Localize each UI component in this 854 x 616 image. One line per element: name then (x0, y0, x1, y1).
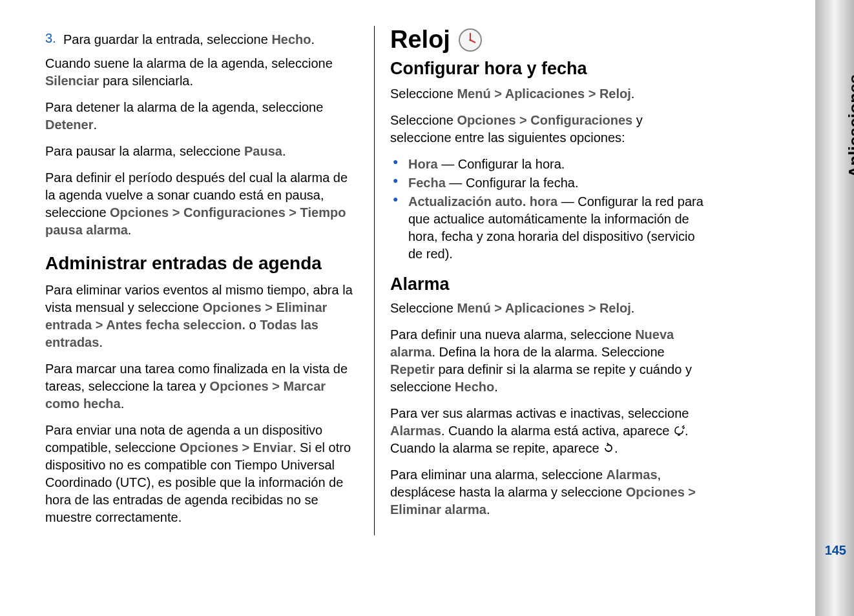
page-content: 3. Para guardar la entrada, seleccione H… (0, 0, 762, 561)
step-3: 3. Para guardar la entrada, seleccione H… (45, 31, 361, 48)
step-number: 3. (45, 31, 63, 48)
heading-alarm: Alarma (390, 274, 707, 294)
sidebar-tab: Aplicaciones 145 (815, 0, 854, 616)
para-snooze-time: Para definir el período después del cual… (45, 169, 361, 239)
page-number: 145 (825, 543, 846, 558)
para-delete-entries: Para eliminar varios eventos al mismo ti… (45, 282, 361, 351)
heading-manage-entries: Administrar entradas de agenda (45, 253, 361, 274)
options-list: Hora — Configurar la hora. Fecha — Confi… (390, 156, 707, 263)
list-item-auto-update: Actualización auto. hora — Configurar la… (390, 193, 707, 263)
para-view-alarms: Para ver sus alarmas activas e inactivas… (390, 405, 707, 457)
list-item-fecha: Fecha — Configurar la fecha. (390, 174, 707, 192)
heading-configure-datetime: Configurar hora y fecha (390, 59, 707, 79)
para-silence: Cuando suene la alarma de la agenda, sel… (45, 55, 361, 90)
left-column: 3. Para guardar la entrada, seleccione H… (32, 26, 375, 535)
sidebar-label: Aplicaciones (845, 74, 854, 178)
heading-clock: Reloj (390, 26, 450, 54)
para-stop: Para detener la alarma de la agenda, sel… (45, 99, 361, 134)
para-delete-alarm: Para eliminar una alarma, seleccione Ala… (390, 466, 707, 518)
para-send-note: Para enviar una nota de agenda a un disp… (45, 422, 361, 526)
alarm-repeat-icon (603, 442, 614, 454)
right-column: Reloj Configurar hora y fecha Seleccione… (377, 26, 720, 535)
step-text: Para guardar la entrada, seleccione Hech… (63, 31, 315, 48)
title-row: Reloj (390, 26, 707, 54)
para-new-alarm: Para definir una nueva alarma, seleccion… (390, 326, 707, 396)
para-mark-done: Para marcar una tarea como finalizada en… (45, 360, 361, 413)
nav-path-2: Seleccione Menú > Aplicaciones > Reloj. (390, 300, 707, 317)
nav-path-1: Seleccione Menú > Aplicaciones > Reloj. (390, 85, 707, 103)
list-item-hora: Hora — Configurar la hora. (390, 156, 707, 173)
clock-icon (458, 28, 483, 52)
alarm-active-icon (673, 425, 685, 436)
svg-line-4 (682, 426, 684, 427)
para-select-options: Seleccione Opciones > Configuraciones y … (390, 112, 707, 147)
para-pause: Para pausar la alarma, seleccione Pausa. (45, 143, 361, 160)
